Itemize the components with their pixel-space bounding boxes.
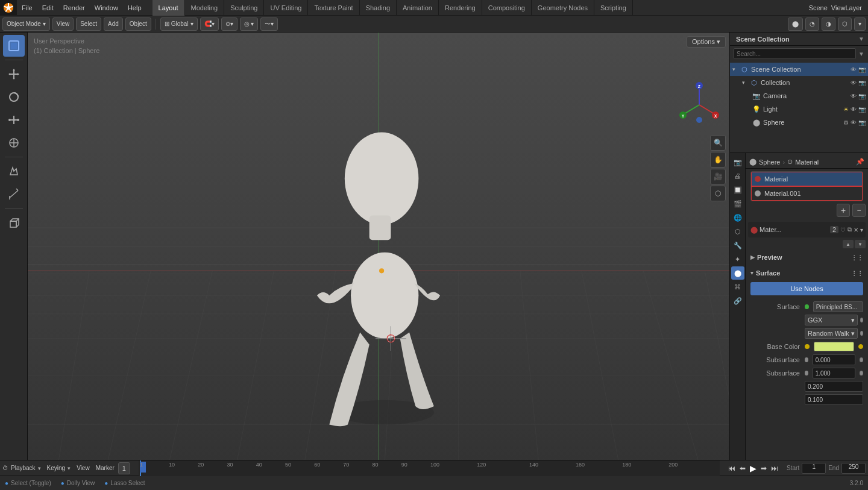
subsurface-value-3[interactable] <box>805 381 863 392</box>
step-back-button[interactable]: ⬅ <box>738 463 747 474</box>
preview-section-header[interactable]: ▶ Preview ⋮⋮ <box>748 251 866 264</box>
tab-rendering[interactable]: Rendering <box>439 0 482 16</box>
tree-item-sphere[interactable]: ⬤ Sphere ⚙ 👁 📷 <box>730 116 868 129</box>
tab-animation[interactable]: Animation <box>397 0 439 16</box>
end-frame-field[interactable]: 250 <box>841 463 866 474</box>
jump-to-end-button[interactable]: ⏭ <box>770 463 779 474</box>
subsurface-value-2[interactable] <box>813 368 855 378</box>
step-forward-button[interactable]: ➡ <box>760 463 768 474</box>
tool-add-cube[interactable] <box>3 212 25 233</box>
subsurface-value-1[interactable] <box>813 354 855 365</box>
tool-rotate[interactable] <box>3 86 25 108</box>
material-item-1[interactable]: Material.001 <box>751 186 863 201</box>
select-menu[interactable]: Select <box>76 17 101 31</box>
props-icon-constraints[interactable]: 🔗 <box>731 294 744 307</box>
subsurface-value-4[interactable] <box>805 394 863 405</box>
tool-measure[interactable] <box>3 183 25 205</box>
tool-move[interactable] <box>3 63 25 85</box>
props-icon-object[interactable]: ⬡ <box>731 225 744 238</box>
viewport-shading-solid[interactable]: ⬤ <box>788 17 803 31</box>
tool-select[interactable] <box>3 35 25 57</box>
curve-btn[interactable]: 〜▾ <box>260 17 278 31</box>
viewport-shading-eevee[interactable]: ⬡ <box>838 17 852 31</box>
collection-render-icon[interactable]: 📷 <box>858 80 866 86</box>
outliner-filter-icon[interactable]: ▼ <box>858 36 864 42</box>
sphere-render-icon[interactable]: 📷 <box>858 119 866 126</box>
tool-scale[interactable] <box>3 109 25 131</box>
viewport-shading-rendered[interactable]: ◑ <box>822 17 835 31</box>
remove-material-button[interactable]: − <box>852 204 866 217</box>
eye-icon[interactable]: 👁 <box>851 66 857 73</box>
sphere-eye-icon[interactable]: 👁 <box>851 119 857 126</box>
tab-uv-editing[interactable]: UV Editing <box>264 0 308 16</box>
timeline-bar[interactable]: 1 10 20 30 40 50 60 70 80 90 100 120 140… <box>139 460 720 476</box>
object-menu[interactable]: Object <box>125 17 151 31</box>
tool-transform[interactable] <box>3 132 25 154</box>
props-icon-data[interactable]: ⌘ <box>731 280 744 294</box>
props-icon-output[interactable]: 🖨 <box>731 169 744 183</box>
tree-item-collection[interactable]: ▾ ⬡ Collection 👁 📷 <box>730 76 868 89</box>
object-mode-dropdown[interactable]: Object Mode ▾ <box>2 17 50 31</box>
tab-scripting[interactable]: Scripting <box>594 0 633 16</box>
viewport-shading-material[interactable]: ◔ <box>805 17 819 31</box>
tree-item-light[interactable]: 💡 Light ☀ 👁 📷 <box>730 102 868 116</box>
mat-bar-unlink-icon[interactable]: ✕ <box>854 227 858 233</box>
marker-dropdown[interactable]: Marker <box>96 465 115 471</box>
3d-viewport[interactable]: User Perspective (1) Collection | Sphere… <box>28 33 729 460</box>
tab-geometry-nodes[interactable]: Geometry Nodes <box>532 0 594 16</box>
global-dropdown[interactable]: ⊞ Global ▾ <box>160 17 198 31</box>
tab-sculpting[interactable]: Sculpting <box>224 0 264 16</box>
props-icon-modifiers[interactable]: 🔧 <box>731 239 744 252</box>
tree-item-scene-collection[interactable]: ▾ ⬡ Scene Collection 👁 📷 <box>730 63 868 76</box>
mat-bar-duplicate-icon[interactable]: ⧉ <box>848 226 852 233</box>
add-material-button[interactable]: + <box>837 204 850 217</box>
play-button[interactable]: ▶ <box>749 462 758 474</box>
collection-eye-icon[interactable]: 👁 <box>851 80 857 86</box>
tab-texture-paint[interactable]: Texture Paint <box>308 0 359 16</box>
editor-type[interactable]: ▾ <box>854 17 866 31</box>
menu-edit[interactable]: Edit <box>37 0 58 15</box>
base-color-swatch[interactable] <box>814 342 854 351</box>
scroll-up-btn[interactable]: ▲ <box>843 240 854 248</box>
props-icon-particles[interactable]: ✦ <box>731 253 744 266</box>
tab-compositing[interactable]: Compositing <box>482 0 532 16</box>
outliner-search-input[interactable] <box>734 48 856 59</box>
keying-dropdown[interactable]: Keying <box>47 465 66 471</box>
perspective-ortho-btn[interactable]: ⬡ <box>710 186 726 201</box>
render-icon[interactable]: 📷 <box>858 66 866 73</box>
options-button[interactable]: Options ▾ <box>687 36 726 48</box>
mat-bar-name[interactable]: Mater... <box>760 226 828 233</box>
menu-window[interactable]: Window <box>90 0 123 15</box>
camera-render-icon[interactable]: 📷 <box>858 93 866 99</box>
surface-shader-dropdown[interactable]: Principled BS... <box>813 301 863 312</box>
view-dropdown[interactable]: View <box>77 465 90 471</box>
material-item-0[interactable]: Material <box>751 172 863 186</box>
menu-file[interactable]: File <box>17 0 37 15</box>
light-eye-icon[interactable]: 👁 <box>851 106 857 113</box>
ggx-dropdown[interactable]: GGX ▾ <box>805 315 858 325</box>
outliner-filter-btn[interactable]: ▼ <box>858 51 864 57</box>
tool-annotate[interactable] <box>3 160 25 182</box>
light-render-icon[interactable]: 📷 <box>858 106 866 113</box>
camera-eye-icon[interactable]: 👁 <box>851 93 857 99</box>
pan-btn[interactable]: ✋ <box>710 152 726 168</box>
playback-dropdown[interactable]: Playback <box>11 465 36 471</box>
props-icon-scene[interactable]: 🎬 <box>731 197 744 210</box>
mat-bar-fake-user-icon[interactable]: ♡ <box>840 227 846 233</box>
menu-help[interactable]: Help <box>123 0 146 15</box>
props-icon-view[interactable]: 🔲 <box>731 183 744 196</box>
overlay-circle[interactable]: ◎ ▾ <box>240 17 259 31</box>
tab-layout[interactable]: Layout <box>153 0 185 16</box>
props-icon-render[interactable]: 📷 <box>731 155 744 169</box>
tab-shading[interactable]: Shading <box>360 0 397 16</box>
camera-view-btn[interactable]: 🎥 <box>710 169 726 184</box>
tree-item-camera[interactable]: 📷 Camera 👁 📷 <box>730 89 868 102</box>
use-nodes-button[interactable]: Use Nodes <box>750 282 863 295</box>
scroll-down-btn[interactable]: ▼ <box>855 240 866 248</box>
random-walk-dropdown[interactable]: Random Walk ▾ <box>805 328 858 339</box>
pin-icon[interactable]: 📌 <box>856 158 864 166</box>
zoom-to-fit-btn[interactable]: 🔍 <box>710 135 726 151</box>
add-menu[interactable]: Add <box>104 17 123 31</box>
snap-btn[interactable]: 🧲▾ <box>200 17 219 31</box>
surface-section-header[interactable]: ▾ Surface ⋮⋮ <box>748 266 866 280</box>
